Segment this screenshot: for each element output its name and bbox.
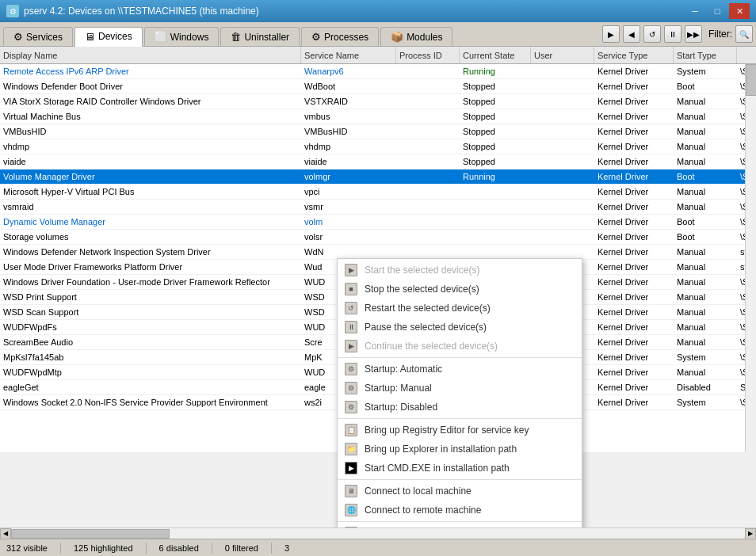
table-row[interactable]: Windows Defender Boot Driver WdBoot Stop… (0, 79, 745, 94)
horizontal-scrollbar[interactable]: ◀ ▶ (0, 527, 756, 539)
table-row[interactable]: Microsoft Hyper-V Virtual PCI Bus vpci K… (0, 185, 745, 200)
auto-icon: ⚙ (344, 362, 358, 376)
cell-user (531, 154, 594, 169)
cell-display: Microsoft Hyper-V Virtual PCI Bus (0, 185, 301, 199)
play-button[interactable]: ▶ (602, 25, 620, 43)
cell-type: Kernel Driver (594, 380, 674, 394)
cell-state: Stopped (460, 79, 531, 93)
tab-devices[interactable]: 🖥 Devices (74, 27, 143, 47)
cell-service: VMBusHID (301, 124, 396, 139)
cell-start: Boot (674, 169, 737, 184)
cell-state (460, 230, 531, 244)
cell-path: \SystemRo (737, 94, 745, 109)
cm-connect-local[interactable]: 🖥 Connect to local machine (338, 482, 582, 501)
cm-explorer[interactable]: 📁 Bring up Explorer in installation path (338, 440, 582, 459)
tab-windows[interactable]: ⬜ Windows (144, 27, 220, 46)
cm-registry[interactable]: 📋 Bring up Registry Editor for service k… (338, 421, 582, 440)
col-header-display[interactable]: Display Name (0, 47, 301, 63)
status-visible: 312 visible (6, 543, 48, 553)
local-icon: 🖥 (344, 484, 358, 498)
cm-cmd[interactable]: ▶ Start CMD.EXE in installation path (338, 459, 582, 478)
col-header-pid[interactable]: Process ID (396, 47, 460, 63)
cm-uninstall[interactable]: 🗑 Uninstall (338, 524, 582, 527)
cm-restart-device[interactable]: ↺ Restart the selected device(s) (338, 299, 582, 318)
col-header-service[interactable]: Service Name (301, 47, 396, 63)
hscroll-right-button[interactable]: ▶ (745, 528, 756, 539)
cell-path: \SystemRo (737, 185, 745, 199)
cm-startup-manual[interactable]: ⚙ Startup: Manual (338, 379, 582, 398)
col-header-state[interactable]: Current State (460, 47, 531, 63)
status-divider-1 (60, 543, 61, 554)
vertical-scrollbar[interactable] (745, 64, 756, 452)
refresh-button[interactable]: ↺ (643, 25, 661, 43)
table-row-selected[interactable]: Volume Manager Driver volmgr Running Ker… (0, 169, 745, 185)
cell-service: vpci (301, 185, 396, 199)
tab-processes[interactable]: ⚙ Processes (301, 27, 379, 46)
cell-service: Wanarpv6 (301, 64, 396, 78)
table-row[interactable]: VMBusHID VMBusHID Stopped Kernel Driver … (0, 124, 745, 139)
close-button[interactable]: ✕ (729, 3, 750, 19)
cell-start: Manual (674, 305, 737, 319)
cell-type: Kernel Driver (594, 200, 674, 214)
cmd-icon: ▶ (344, 461, 358, 475)
cell-type: Kernel Driver (594, 365, 674, 379)
table-row[interactable]: vsmraid vsmr Kernel Driver Manual \Syste… (0, 200, 745, 215)
maximize-button[interactable]: □ (707, 3, 727, 19)
cm-pause-device[interactable]: ⏸ Pause the selected device(s) (338, 318, 582, 337)
status-extra: 3 (284, 543, 289, 553)
status-filtered: 0 filtered (225, 543, 258, 553)
stop-button[interactable]: ◀ (623, 25, 640, 43)
table-row[interactable]: Remote Access IPv6 ARP Driver Wanarpv6 R… (0, 64, 745, 79)
toolbar-right: ▶ ◀ ↺ ⏸ ▶▶ Filter: 🔍 (602, 25, 753, 46)
table-row[interactable]: VIA StorX Storage RAID Controller Window… (0, 94, 745, 109)
continue-icon: ▶ (344, 339, 358, 353)
table-row[interactable]: viaide viaide Stopped Kernel Driver Manu… (0, 154, 745, 169)
cell-type: Kernel Driver (594, 79, 674, 93)
cm-connect-remote[interactable]: 🌐 Connect to remote machine (338, 501, 582, 520)
cm-startup-auto[interactable]: ⚙ Startup: Automatic (338, 360, 582, 379)
hscroll-left-button[interactable]: ◀ (0, 528, 11, 539)
table-row[interactable]: Storage volumes volsr Kernel Driver Boot… (0, 230, 745, 245)
cm-start-device[interactable]: ▶ Start the selected device(s) (338, 261, 582, 280)
tab-processes-label: Processes (324, 32, 368, 43)
table-row[interactable]: Dynamic Volume Manager volm Kernel Drive… (0, 215, 745, 230)
cell-pid (396, 200, 460, 214)
status-divider-3 (212, 543, 212, 554)
cell-start: System (674, 395, 737, 409)
cell-start: Manual (674, 200, 737, 214)
hscroll-thumb[interactable] (11, 529, 170, 539)
filter-button[interactable]: 🔍 (735, 25, 753, 43)
vscroll-thumb[interactable] (746, 64, 756, 96)
services-icon: ⚙ (13, 31, 23, 43)
col-header-type[interactable]: Service Type (594, 47, 674, 63)
cell-display: viaide (0, 154, 301, 169)
cell-display: ScreamBee Audio (0, 335, 301, 349)
cell-service: WdBoot (301, 79, 396, 93)
cm-startup-disabled[interactable]: ⚙ Startup: Disabled (338, 398, 582, 417)
forward-button[interactable]: ▶▶ (685, 25, 702, 43)
cell-type: Kernel Driver (594, 275, 674, 289)
cm-continue-device[interactable]: ▶ Continue the selected device(s) (338, 337, 582, 356)
col-header-user[interactable]: User (531, 47, 594, 63)
hscroll-track[interactable] (11, 528, 745, 539)
minimize-button[interactable]: ─ (685, 3, 705, 19)
table-row[interactable]: Virtual Machine Bus vmbus Stopped Kernel… (0, 109, 745, 124)
col-header-start[interactable]: Start Type (674, 47, 737, 63)
cell-type: Kernel Driver (594, 185, 674, 199)
status-highlighted: 125 highlighted (74, 543, 133, 553)
cm-explorer-label: Bring up Explorer in installation path (365, 444, 517, 455)
tab-services[interactable]: ⚙ Services (3, 27, 73, 46)
cm-stop-device[interactable]: ■ Stop the selected device(s) (338, 280, 582, 299)
cell-service: vhdmp (301, 139, 396, 154)
cell-path: \SystemRo (737, 395, 745, 409)
pause-button[interactable]: ⏸ (664, 25, 682, 43)
table-row[interactable]: vhdmp vhdmp Stopped Kernel Driver Manual… (0, 139, 745, 154)
tab-modules[interactable]: 📦 Modules (380, 27, 452, 46)
tab-uninstaller[interactable]: 🗑 Uninstaller (220, 27, 300, 46)
cell-user (531, 215, 594, 229)
cell-pid (396, 169, 460, 184)
cell-path: \SystemRo (737, 200, 745, 214)
cell-type: Kernel Driver (594, 64, 674, 78)
cell-state: Stopped (460, 139, 531, 154)
cell-display: WSD Scan Support (0, 305, 301, 319)
